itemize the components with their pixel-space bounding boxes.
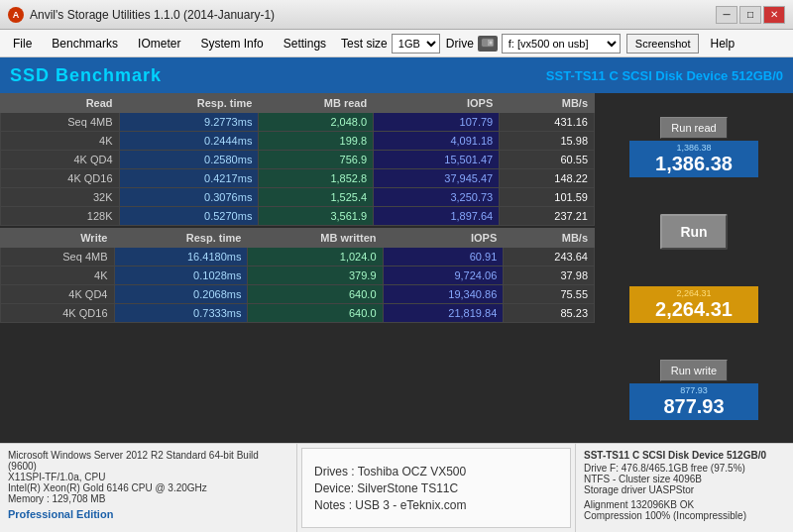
read-row-mbs: 15.98 xyxy=(500,132,595,151)
read-header-mb: MB read xyxy=(259,94,374,113)
total-score-box: 2,264.31 2,264.31 xyxy=(629,286,758,323)
device-name: SST-TS11 C SCSI Disk Device 512GB/0 xyxy=(546,68,783,83)
notes-line1: Drives : Toshiba OCZ VX500 xyxy=(314,465,558,479)
read-table-row: 32K 0.3076ms 1,525.4 3,250.73 101.59 xyxy=(1,188,595,207)
drive-icon xyxy=(478,36,498,52)
test-size-group: Test size 1GB xyxy=(341,34,440,53)
write-row-mb: 1,024.0 xyxy=(248,248,383,266)
pro-edition: Professional Edition xyxy=(8,508,288,520)
read-row-mbs: 101.59 xyxy=(500,188,595,207)
minimize-button[interactable]: ─ xyxy=(716,6,737,24)
run-write-button[interactable]: Run write xyxy=(660,360,728,381)
drive-group: Drive f: [vx500 on usb] xyxy=(446,34,621,53)
footer-left: Microsoft Windows Server 2012 R2 Standar… xyxy=(0,444,297,532)
run-button[interactable]: Run xyxy=(660,214,727,250)
write-row-mb: 640.0 xyxy=(248,304,383,323)
total-score-big: 2,264.31 xyxy=(635,298,752,321)
read-row-label: Seq 4MB xyxy=(1,113,120,132)
read-row-resp: 0.3076ms xyxy=(119,188,259,207)
write-score-box: 877.93 877.93 xyxy=(629,383,758,420)
drive-label: Drive xyxy=(446,37,474,51)
svg-point-2 xyxy=(489,41,493,45)
read-row-label: 128K xyxy=(1,207,120,226)
read-row-iops: 3,250.73 xyxy=(374,188,500,207)
read-row-iops: 37,945.47 xyxy=(374,169,500,188)
right-line3: NTFS - Cluster size 4096B xyxy=(584,474,785,484)
write-row-resp: 0.2068ms xyxy=(114,285,248,304)
read-row-label: 4K QD16 xyxy=(1,169,120,188)
sys-line3: Intel(R) Xeon(R) Gold 6146 CPU @ 3.20GHz xyxy=(8,482,288,493)
menu-iometer[interactable]: IOmeter xyxy=(129,33,189,54)
read-row-resp: 0.2444ms xyxy=(119,132,259,151)
menu-file[interactable]: File xyxy=(4,33,41,54)
write-table-row: 4K QD4 0.2068ms 640.0 19,340.86 75.55 xyxy=(1,285,595,304)
write-header-mbs: MB/s xyxy=(504,229,595,248)
write-row-resp: 0.7333ms xyxy=(114,304,248,323)
footer-center: Drives : Toshiba OCZ VX500 Device: Silve… xyxy=(301,448,571,528)
run-read-group: Run read 1,386.38 1,386.38 xyxy=(603,117,785,177)
menu-bar: File Benchmarks IOmeter System Info Sett… xyxy=(0,30,793,57)
sys-line4: Memory : 129,708 MB xyxy=(8,493,288,504)
right-line4: Storage driver UASPStor xyxy=(584,484,785,495)
title-bar: A Anvil's Storage Utilities 1.1.0 (2014-… xyxy=(0,0,793,30)
write-header-resp: Resp. time xyxy=(114,229,248,248)
write-header-label: Write xyxy=(1,229,115,248)
write-row-mbs: 243.64 xyxy=(504,248,595,266)
write-row-mbs: 75.55 xyxy=(504,285,595,304)
write-row-mb: 379.9 xyxy=(248,266,383,285)
read-table-row: 4K 0.2444ms 199.8 4,091.18 15.98 xyxy=(1,132,595,151)
close-button[interactable]: ✕ xyxy=(763,6,785,24)
read-row-iops: 1,897.64 xyxy=(374,207,500,226)
read-row-mb: 3,561.9 xyxy=(259,207,374,226)
footer: Microsoft Windows Server 2012 R2 Standar… xyxy=(0,443,793,532)
write-row-iops: 21,819.84 xyxy=(383,304,504,323)
window-title: Anvil's Storage Utilities 1.1.0 (2014-Ja… xyxy=(30,8,275,22)
read-row-resp: 0.2580ms xyxy=(119,151,259,169)
svg-rect-1 xyxy=(483,40,488,46)
write-row-iops: 60.91 xyxy=(383,248,504,266)
read-table-row: 4K QD16 0.4217ms 1,852.8 37,945.47 148.2… xyxy=(1,169,595,188)
menu-system-info[interactable]: System Info xyxy=(191,33,272,54)
read-score-big: 1,386.38 xyxy=(635,153,752,175)
right-line1: SST-TS11 C SCSI Disk Device 512GB/0 xyxy=(584,450,785,461)
write-row-label: 4K QD4 xyxy=(1,285,115,304)
read-row-mb: 199.8 xyxy=(259,132,374,151)
read-row-label: 32K xyxy=(1,188,120,207)
read-header-resp: Resp. time xyxy=(119,94,259,113)
write-row-resp: 16.4180ms xyxy=(114,248,248,266)
read-table-row: 4K QD4 0.2580ms 756.9 15,501.47 60.55 xyxy=(1,151,595,169)
drive-select[interactable]: f: [vx500 on usb] xyxy=(502,34,621,53)
write-header-iops: IOPS xyxy=(383,229,504,248)
write-table-row: 4K 0.1028ms 379.9 9,724.06 37.98 xyxy=(1,266,595,285)
read-header-label: Read xyxy=(1,94,120,113)
read-row-mb: 2,048.0 xyxy=(259,113,374,132)
menu-settings[interactable]: Settings xyxy=(275,33,335,54)
write-row-resp: 0.1028ms xyxy=(114,266,248,285)
read-table-row: 128K 0.5270ms 3,561.9 1,897.64 237.21 xyxy=(1,207,595,226)
write-table-row: 4K QD16 0.7333ms 640.0 21,819.84 85.23 xyxy=(1,304,595,323)
read-score-small: 1,386.38 xyxy=(635,143,752,153)
read-header-iops: IOPS xyxy=(374,94,500,113)
read-table: Read Resp. time MB read IOPS MB/s Seq 4M… xyxy=(0,93,595,226)
window-controls: ─ □ ✕ xyxy=(716,6,785,24)
screenshot-button[interactable]: Screenshot xyxy=(626,34,700,53)
right-line6: Alignment 132096KB OK xyxy=(584,499,785,510)
test-size-label: Test size xyxy=(341,37,388,51)
read-header-mbs: MB/s xyxy=(500,94,595,113)
menu-benchmarks[interactable]: Benchmarks xyxy=(43,33,127,54)
run-read-button[interactable]: Run read xyxy=(660,117,727,139)
notes-line3: Notes : USB 3 - eTeknix.com xyxy=(314,498,558,512)
restore-button[interactable]: □ xyxy=(739,6,761,24)
read-row-iops: 4,091.18 xyxy=(374,132,500,151)
notes-line2: Device: SilverStone TS11C xyxy=(314,481,558,495)
sys-line2: X11SPI-TF/1.0a, CPU xyxy=(8,472,288,482)
read-row-resp: 0.4217ms xyxy=(119,169,259,188)
table-area: Read Resp. time MB read IOPS MB/s Seq 4M… xyxy=(0,93,595,443)
write-row-mbs: 37.98 xyxy=(504,266,595,285)
main-content: Read Resp. time MB read IOPS MB/s Seq 4M… xyxy=(0,93,793,443)
test-size-select[interactable]: 1GB xyxy=(392,34,440,53)
right-line7: Compression 100% (Incompressible) xyxy=(584,510,785,521)
menu-help[interactable]: Help xyxy=(701,33,743,54)
write-row-iops: 19,340.86 xyxy=(383,285,504,304)
read-row-mbs: 60.55 xyxy=(500,151,595,169)
